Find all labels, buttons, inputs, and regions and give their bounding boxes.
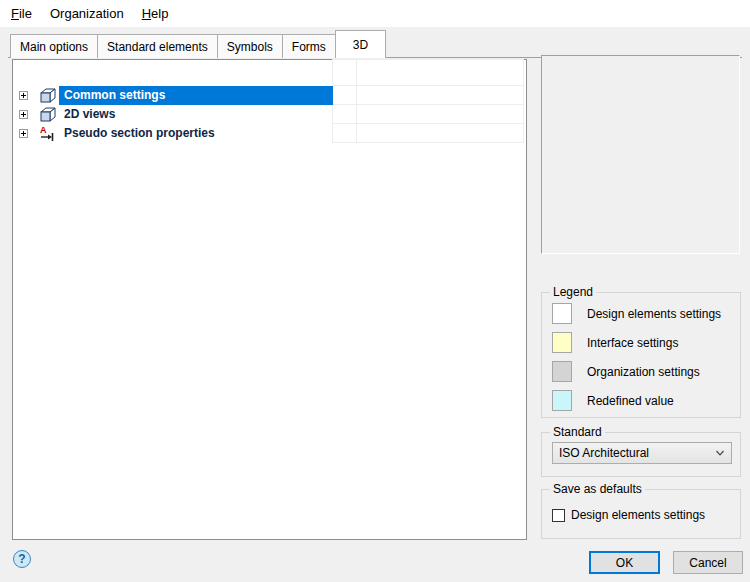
menu-bar: FileOrganizationHelp [0,0,750,27]
design-elements-settings-checkbox[interactable] [552,509,565,522]
tab-3d[interactable]: 3D [335,30,386,58]
standard-combobox[interactable]: ISO Architectural [552,442,732,464]
legend-item-label: Interface settings [587,336,678,350]
cube-icon [39,87,56,104]
grid-cell [356,59,524,86]
standard-title: Standard [550,425,605,439]
tab-main-options[interactable]: Main options [10,34,98,58]
menu-item-file[interactable]: File [2,1,41,26]
legend-item-design-elements-settings: Design elements settings [552,303,721,324]
section-mark-icon: A [39,125,56,142]
save-as-defaults-group: Save as defaults Design elements setting… [541,489,741,539]
tab-symbols[interactable]: Symbols [217,34,283,58]
design-elements-settings-checkbox-row[interactable]: Design elements settings [552,508,705,522]
legend-item-interface-settings: Interface settings [552,332,721,353]
legend-item-label: Redefined value [587,394,674,408]
standard-group: Standard ISO Architectural [541,432,741,477]
help-button[interactable]: ? [13,550,31,568]
save-as-defaults-title: Save as defaults [550,482,645,496]
color-swatch [552,361,572,382]
cube-icon [39,106,56,123]
color-swatch [552,390,572,411]
color-swatch [552,303,572,324]
tree-item-pseudo-section-properties[interactable]: APseudo section properties [13,124,526,143]
legend-group: Legend Design elements settingsInterface… [541,292,741,418]
legend-item-label: Design elements settings [587,307,721,321]
ok-button[interactable]: OK [589,551,660,574]
settings-tree-panel[interactable]: Common settings2D viewsAPseudo section p… [12,59,527,540]
menu-item-organization[interactable]: Organization [41,1,133,26]
grid-cell [332,59,357,86]
legend-item-organization-settings: Organization settings [552,361,721,382]
preview-area [541,55,740,254]
legend-item-redefined-value: Redefined value [552,390,721,411]
tab-standard-elements[interactable]: Standard elements [97,34,218,58]
tree-item-label: Common settings [59,86,333,105]
expand-plus-icon[interactable] [19,91,28,100]
expand-plus-icon[interactable] [19,129,28,138]
legend-item-label: Organization settings [587,365,700,379]
tree-item-common-settings[interactable]: Common settings [13,86,526,105]
question-mark-icon: ? [18,552,25,566]
chevron-down-icon [715,448,725,458]
standard-combobox-value: ISO Architectural [559,446,715,460]
tree-item-label: 2D views [59,105,333,124]
tree-item-2d-views[interactable]: 2D views [13,105,526,124]
cancel-button[interactable]: Cancel [673,551,743,574]
tree-item-label: Pseudo section properties [59,124,333,143]
expand-plus-icon[interactable] [19,110,28,119]
menu-item-help[interactable]: Help [133,1,178,26]
tab-forms[interactable]: Forms [282,34,336,58]
color-swatch [552,332,572,353]
checkbox-label: Design elements settings [571,508,705,522]
options-dialog: FileOrganizationHelp Main optionsStandar… [0,0,750,582]
tab-strip: Main optionsStandard elementsSymbolsForm… [8,30,742,58]
legend-title: Legend [550,285,596,299]
svg-text:A: A [40,125,47,135]
